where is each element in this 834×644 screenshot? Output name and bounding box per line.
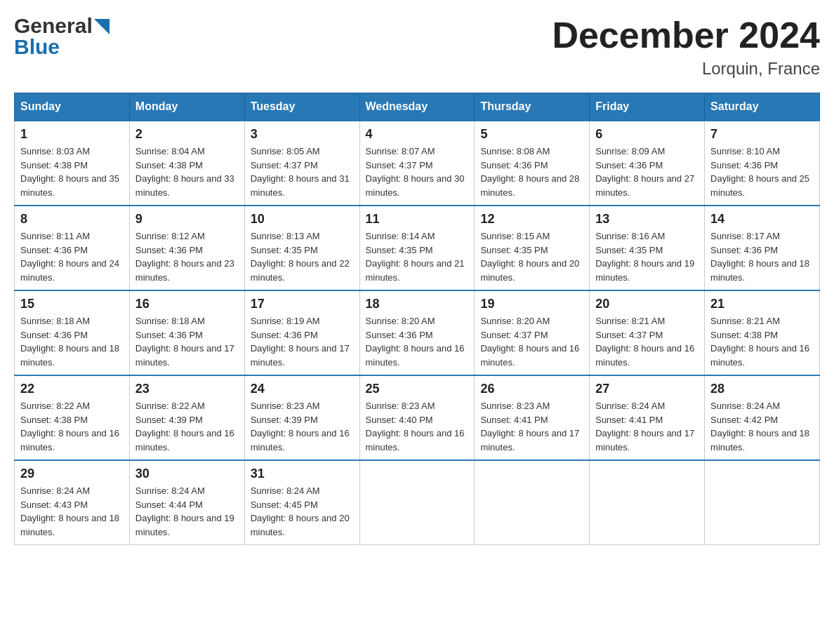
day-number: 14 (710, 212, 814, 227)
calendar-cell: 4 Sunrise: 8:07 AM Sunset: 4:37 PM Dayli… (359, 121, 475, 206)
day-info: Sunrise: 8:20 AM Sunset: 4:36 PM Dayligh… (366, 314, 469, 369)
title-block: December 2024 Lorquin, France (552, 14, 820, 79)
day-number: 9 (135, 212, 239, 227)
calendar-cell: 7 Sunrise: 8:10 AM Sunset: 4:36 PM Dayli… (705, 121, 820, 206)
calendar-cell (590, 460, 705, 545)
calendar-cell: 9 Sunrise: 8:12 AM Sunset: 4:36 PM Dayli… (129, 206, 244, 290)
logo-text-blue: Blue (14, 35, 110, 59)
calendar-cell: 27 Sunrise: 8:24 AM Sunset: 4:41 PM Dayl… (590, 375, 705, 460)
svg-marker-0 (94, 19, 110, 34)
day-number: 5 (480, 127, 583, 142)
day-info: Sunrise: 8:23 AM Sunset: 4:41 PM Dayligh… (480, 399, 583, 454)
calendar-cell: 6 Sunrise: 8:09 AM Sunset: 4:36 PM Dayli… (590, 121, 705, 206)
day-info: Sunrise: 8:18 AM Sunset: 4:36 PM Dayligh… (135, 314, 239, 369)
calendar-week-5: 29 Sunrise: 8:24 AM Sunset: 4:43 PM Dayl… (15, 460, 820, 545)
calendar-week-3: 15 Sunrise: 8:18 AM Sunset: 4:36 PM Dayl… (15, 290, 820, 375)
logo-arrow-icon (94, 19, 110, 34)
calendar-cell: 15 Sunrise: 8:18 AM Sunset: 4:36 PM Dayl… (15, 290, 130, 375)
day-info: Sunrise: 8:21 AM Sunset: 4:38 PM Dayligh… (710, 314, 814, 369)
day-info: Sunrise: 8:18 AM Sunset: 4:36 PM Dayligh… (20, 314, 124, 369)
day-number: 15 (20, 297, 124, 311)
calendar-cell: 30 Sunrise: 8:24 AM Sunset: 4:44 PM Dayl… (129, 460, 244, 545)
day-number: 25 (366, 382, 469, 396)
day-number: 24 (251, 382, 354, 396)
day-info: Sunrise: 8:22 AM Sunset: 4:39 PM Dayligh… (135, 399, 239, 454)
header-thursday: Thursday (475, 93, 590, 121)
day-number: 11 (366, 212, 469, 227)
day-number: 6 (595, 127, 699, 142)
day-info: Sunrise: 8:16 AM Sunset: 4:35 PM Dayligh… (595, 229, 699, 284)
calendar-cell: 5 Sunrise: 8:08 AM Sunset: 4:36 PM Dayli… (475, 121, 590, 206)
day-info: Sunrise: 8:05 AM Sunset: 4:37 PM Dayligh… (251, 145, 354, 199)
day-info: Sunrise: 8:24 AM Sunset: 4:45 PM Dayligh… (251, 484, 354, 539)
day-number: 2 (135, 127, 239, 142)
day-number: 4 (366, 127, 469, 142)
calendar-cell: 29 Sunrise: 8:24 AM Sunset: 4:43 PM Dayl… (15, 460, 130, 545)
calendar-week-1: 1 Sunrise: 8:03 AM Sunset: 4:38 PM Dayli… (15, 121, 820, 206)
calendar-cell: 19 Sunrise: 8:20 AM Sunset: 4:37 PM Dayl… (475, 290, 590, 375)
calendar-table: Sunday Monday Tuesday Wednesday Thursday… (14, 93, 820, 545)
calendar-cell: 26 Sunrise: 8:23 AM Sunset: 4:41 PM Dayl… (475, 375, 590, 460)
day-number: 26 (480, 382, 583, 396)
day-number: 30 (135, 467, 239, 481)
header-tuesday: Tuesday (244, 93, 359, 121)
day-info: Sunrise: 8:23 AM Sunset: 4:39 PM Dayligh… (251, 399, 354, 454)
day-info: Sunrise: 8:22 AM Sunset: 4:38 PM Dayligh… (20, 399, 124, 454)
header-saturday: Saturday (705, 93, 820, 121)
calendar-week-4: 22 Sunrise: 8:22 AM Sunset: 4:38 PM Dayl… (15, 375, 820, 460)
calendar-cell: 21 Sunrise: 8:21 AM Sunset: 4:38 PM Dayl… (705, 290, 820, 375)
day-number: 10 (251, 212, 354, 227)
calendar-cell (475, 460, 590, 545)
day-number: 13 (595, 212, 699, 227)
calendar-body: 1 Sunrise: 8:03 AM Sunset: 4:38 PM Dayli… (15, 121, 820, 545)
day-info: Sunrise: 8:20 AM Sunset: 4:37 PM Dayligh… (480, 314, 583, 369)
day-number: 19 (480, 297, 583, 311)
header-friday: Friday (590, 93, 705, 121)
day-number: 27 (595, 382, 699, 396)
day-info: Sunrise: 8:10 AM Sunset: 4:36 PM Dayligh… (710, 145, 814, 199)
day-info: Sunrise: 8:03 AM Sunset: 4:38 PM Dayligh… (20, 145, 124, 199)
calendar-cell: 18 Sunrise: 8:20 AM Sunset: 4:36 PM Dayl… (359, 290, 475, 375)
day-info: Sunrise: 8:17 AM Sunset: 4:36 PM Dayligh… (710, 229, 814, 284)
day-number: 8 (20, 212, 124, 227)
day-number: 21 (710, 297, 814, 311)
day-number: 28 (710, 382, 814, 396)
day-info: Sunrise: 8:24 AM Sunset: 4:41 PM Dayligh… (595, 399, 699, 454)
day-info: Sunrise: 8:09 AM Sunset: 4:36 PM Dayligh… (595, 145, 699, 199)
day-number: 18 (366, 297, 469, 311)
calendar-cell: 20 Sunrise: 8:21 AM Sunset: 4:37 PM Dayl… (590, 290, 705, 375)
day-number: 7 (710, 127, 814, 142)
day-info: Sunrise: 8:24 AM Sunset: 4:43 PM Dayligh… (20, 484, 124, 539)
day-number: 29 (20, 467, 124, 481)
day-number: 17 (251, 297, 354, 311)
calendar-cell: 28 Sunrise: 8:24 AM Sunset: 4:42 PM Dayl… (705, 375, 820, 460)
page-header: General Blue December 2024 Lorquin, Fran… (14, 14, 820, 79)
calendar-cell: 2 Sunrise: 8:04 AM Sunset: 4:38 PM Dayli… (129, 121, 244, 206)
page-title: December 2024 (552, 14, 820, 56)
day-number: 12 (480, 212, 583, 227)
calendar-cell: 31 Sunrise: 8:24 AM Sunset: 4:45 PM Dayl… (244, 460, 359, 545)
day-info: Sunrise: 8:21 AM Sunset: 4:37 PM Dayligh… (595, 314, 699, 369)
day-info: Sunrise: 8:24 AM Sunset: 4:44 PM Dayligh… (135, 484, 239, 539)
logo-top: General (14, 14, 110, 38)
header-monday: Monday (129, 93, 244, 121)
day-number: 31 (251, 467, 354, 481)
day-info: Sunrise: 8:04 AM Sunset: 4:38 PM Dayligh… (135, 145, 239, 199)
calendar-cell: 16 Sunrise: 8:18 AM Sunset: 4:36 PM Dayl… (129, 290, 244, 375)
day-info: Sunrise: 8:13 AM Sunset: 4:35 PM Dayligh… (251, 229, 354, 284)
calendar-cell: 25 Sunrise: 8:23 AM Sunset: 4:40 PM Dayl… (359, 375, 475, 460)
day-number: 23 (135, 382, 239, 396)
day-number: 1 (20, 127, 124, 142)
header-wednesday: Wednesday (359, 93, 475, 121)
day-info: Sunrise: 8:08 AM Sunset: 4:36 PM Dayligh… (480, 145, 583, 199)
header-row: Sunday Monday Tuesday Wednesday Thursday… (15, 93, 820, 121)
calendar-header: Sunday Monday Tuesday Wednesday Thursday… (15, 93, 820, 121)
day-number: 22 (20, 382, 124, 396)
header-sunday: Sunday (15, 93, 130, 121)
calendar-cell: 10 Sunrise: 8:13 AM Sunset: 4:35 PM Dayl… (244, 206, 359, 290)
day-number: 16 (135, 297, 239, 311)
page-subtitle: Lorquin, France (552, 59, 820, 79)
calendar-cell: 14 Sunrise: 8:17 AM Sunset: 4:36 PM Dayl… (705, 206, 820, 290)
calendar-cell: 13 Sunrise: 8:16 AM Sunset: 4:35 PM Dayl… (590, 206, 705, 290)
calendar-cell: 8 Sunrise: 8:11 AM Sunset: 4:36 PM Dayli… (15, 206, 130, 290)
